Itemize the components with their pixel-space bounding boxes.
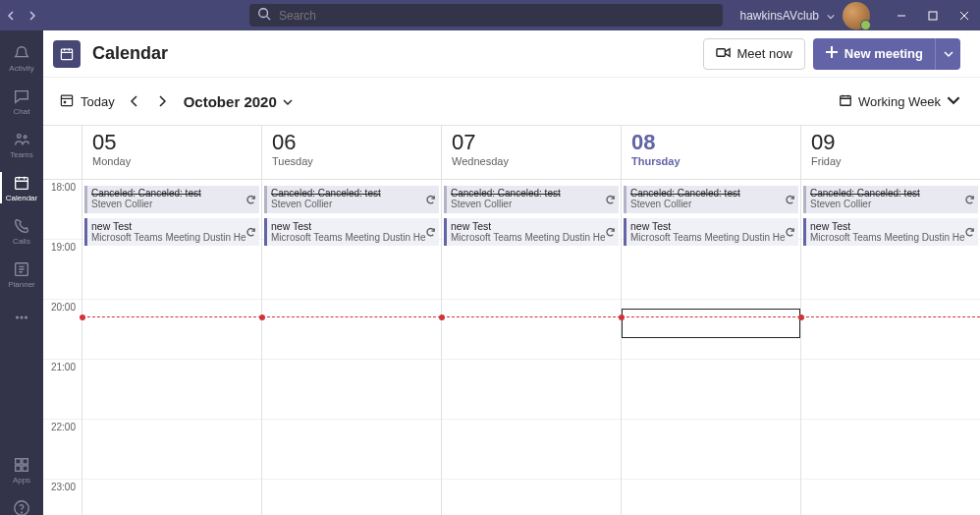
rail-planner[interactable]: Planner bbox=[0, 253, 43, 296]
minimize-button[interactable] bbox=[886, 0, 917, 30]
calendar-event-canceled[interactable]: Canceled: Canceled: test Steven Collier bbox=[803, 186, 978, 213]
recurring-icon bbox=[785, 195, 795, 205]
svg-point-8 bbox=[26, 316, 27, 318]
month-picker[interactable]: October 2020 bbox=[184, 93, 293, 110]
day-header[interactable]: 06 Tuesday bbox=[262, 126, 442, 179]
new-meeting-dropdown[interactable] bbox=[935, 38, 960, 70]
rail-activity[interactable]: Activity bbox=[0, 36, 43, 80]
calendar-event-canceled[interactable]: Canceled: Canceled: test Steven Collier bbox=[84, 186, 259, 213]
svg-rect-19 bbox=[841, 95, 851, 105]
recurring-icon bbox=[425, 195, 436, 205]
recurring-icon bbox=[245, 227, 256, 238]
rail-label: Planner bbox=[8, 280, 35, 289]
calendar-event[interactable]: new Test Microsoft Teams Meeting Dustin … bbox=[444, 218, 619, 246]
chevron-down-icon[interactable] bbox=[827, 7, 835, 25]
page-header: Calendar Meet now New meeting bbox=[43, 30, 980, 78]
rail-more[interactable] bbox=[0, 296, 43, 339]
svg-rect-18 bbox=[64, 100, 66, 102]
rail-apps[interactable]: Apps bbox=[0, 448, 43, 491]
maximize-button[interactable] bbox=[917, 0, 949, 30]
event-title: new Test bbox=[271, 220, 435, 232]
day-name: Friday bbox=[811, 155, 970, 167]
day-header[interactable]: 09 Friday bbox=[801, 126, 980, 179]
recurring-icon bbox=[964, 195, 975, 205]
day-column-today[interactable]: Canceled: Canceled: test Steven Collier … bbox=[622, 179, 801, 515]
calendar-event-canceled[interactable]: Canceled: Canceled: test Steven Collier bbox=[624, 186, 798, 213]
nav-forward-icon[interactable] bbox=[27, 7, 37, 25]
day-column[interactable]: Canceled: Canceled: test Steven Collier … bbox=[262, 179, 442, 515]
hour-label: 19:00 bbox=[43, 239, 82, 299]
rail-chat[interactable]: Chat bbox=[0, 80, 43, 123]
calendar-event[interactable]: new Test Microsoft Teams Meeting Dustin … bbox=[624, 218, 798, 246]
today-button[interactable]: Today bbox=[53, 88, 121, 115]
selection-box[interactable] bbox=[622, 309, 800, 338]
calendar-event[interactable]: new Test Microsoft Teams Meeting Dustin … bbox=[803, 218, 978, 246]
calendar-event-canceled[interactable]: Canceled: Canceled: test Steven Collier bbox=[444, 186, 619, 213]
new-meeting-label: New meeting bbox=[844, 46, 923, 61]
avatar[interactable] bbox=[843, 2, 870, 29]
day-number: 08 bbox=[631, 132, 790, 153]
new-meeting-button[interactable]: New meeting bbox=[813, 38, 935, 70]
calendar-view-icon bbox=[839, 93, 852, 110]
event-title: new Test bbox=[451, 220, 615, 232]
prev-week-button[interactable] bbox=[121, 87, 148, 115]
close-button[interactable] bbox=[949, 0, 980, 30]
calendar-event-canceled[interactable]: Canceled: Canceled: test Steven Collier bbox=[264, 186, 439, 213]
hour-label: 20:00 bbox=[43, 299, 82, 359]
svg-point-0 bbox=[259, 8, 268, 17]
event-subtitle: Microsoft Teams Meeting Dustin He bbox=[451, 232, 615, 243]
day-number: 05 bbox=[92, 132, 251, 153]
nav-back-icon[interactable] bbox=[6, 7, 16, 25]
event-organizer: Steven Collier bbox=[91, 199, 255, 209]
rail-calls[interactable]: Calls bbox=[0, 209, 43, 253]
title-bar: hawkinsAVclub bbox=[0, 0, 980, 30]
calendar-icon bbox=[53, 40, 81, 68]
rail-calendar[interactable]: Calendar bbox=[0, 166, 43, 209]
rail-teams[interactable]: Teams bbox=[0, 123, 43, 166]
page-title: Calendar bbox=[92, 43, 168, 64]
event-subtitle: Microsoft Teams Meeting Dustin He bbox=[630, 232, 794, 243]
event-organizer: Steven Collier bbox=[451, 199, 615, 209]
meet-now-label: Meet now bbox=[736, 46, 791, 61]
recurring-icon bbox=[245, 195, 256, 205]
day-column[interactable]: Canceled: Canceled: test Steven Collier … bbox=[82, 179, 262, 515]
recurring-icon bbox=[964, 227, 975, 238]
event-subtitle: Microsoft Teams Meeting Dustin He bbox=[271, 232, 435, 243]
rail-label: Chat bbox=[14, 107, 30, 116]
day-name: Monday bbox=[92, 155, 251, 167]
day-header[interactable]: 05 Monday bbox=[82, 126, 262, 179]
user-name-label[interactable]: hawkinsAVclub bbox=[740, 9, 819, 23]
search-input[interactable] bbox=[271, 9, 715, 23]
day-header[interactable]: 07 Wednesday bbox=[442, 126, 622, 179]
time-gutter: 18:00 19:00 20:00 21:00 22:00 23:00 bbox=[43, 179, 82, 515]
calendar-today-icon bbox=[59, 92, 75, 111]
event-title: new Test bbox=[630, 220, 794, 232]
svg-rect-10 bbox=[23, 458, 27, 463]
svg-rect-4 bbox=[16, 177, 28, 189]
svg-point-14 bbox=[22, 512, 23, 513]
search-box[interactable] bbox=[249, 4, 723, 27]
calendar-event[interactable]: new Test Microsoft Teams Meeting Dustin … bbox=[84, 218, 259, 246]
next-week-button[interactable] bbox=[148, 87, 176, 115]
plus-icon bbox=[825, 45, 839, 62]
view-selector[interactable]: Working Week bbox=[839, 93, 960, 110]
day-column[interactable]: Canceled: Canceled: test Steven Collier … bbox=[442, 179, 622, 515]
meet-now-button[interactable]: Meet now bbox=[703, 38, 804, 70]
event-title: Canceled: Canceled: test bbox=[271, 188, 435, 199]
calendar-event[interactable]: new Test Microsoft Teams Meeting Dustin … bbox=[264, 218, 439, 246]
search-icon bbox=[257, 7, 271, 25]
day-column[interactable]: Canceled: Canceled: test Steven Collier … bbox=[801, 179, 980, 515]
recurring-icon bbox=[605, 195, 616, 205]
video-icon bbox=[716, 45, 731, 63]
calendar-grid: 05 Monday 06 Tuesday 07 Wednesday 08 Thu… bbox=[43, 125, 980, 515]
event-organizer: Steven Collier bbox=[630, 199, 794, 209]
hour-label: 22:00 bbox=[43, 419, 82, 479]
rail-help[interactable]: Help bbox=[0, 491, 43, 515]
event-subtitle: Microsoft Teams Meeting Dustin He bbox=[810, 232, 974, 243]
view-label: Working Week bbox=[858, 94, 941, 109]
day-header-today[interactable]: 08 Thursday bbox=[622, 126, 801, 179]
event-title: Canceled: Canceled: test bbox=[91, 188, 255, 199]
hour-label: 18:00 bbox=[43, 179, 82, 239]
event-title: Canceled: Canceled: test bbox=[630, 188, 794, 199]
svg-point-3 bbox=[24, 135, 27, 138]
